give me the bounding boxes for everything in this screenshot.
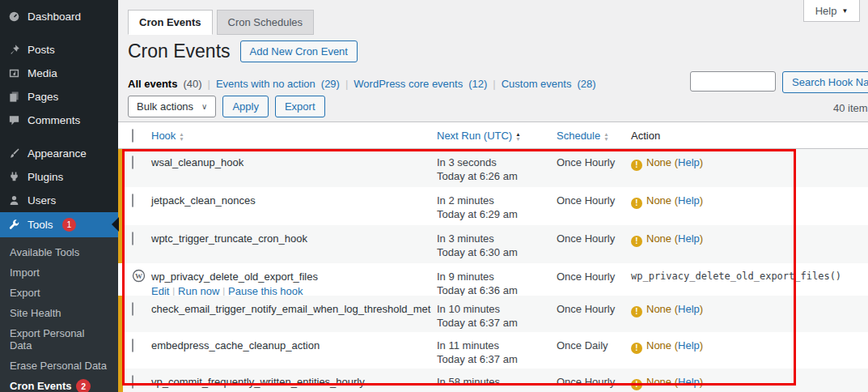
sort-schedule-header[interactable]: Schedule <box>557 130 600 142</box>
help-link[interactable]: Help <box>678 303 700 315</box>
tab-cron-schedules[interactable]: Cron Schedules <box>217 10 315 35</box>
sidebar-item-label: Dashboard <box>28 11 81 23</box>
sidebar-item-appearance[interactable]: Appearance <box>0 142 118 165</box>
warning-icon: ! <box>631 160 642 171</box>
table-row: vp_commit_frequently_written_entities_ho… <box>118 369 868 392</box>
current-menu-arrow-icon <box>112 217 119 232</box>
sidebar-item-pages[interactable]: Pages <box>0 85 118 109</box>
apply-button[interactable]: Apply <box>222 96 269 117</box>
filter-count: (28) <box>577 78 595 90</box>
sort-icons: ▲▼ <box>515 132 520 141</box>
warning-icon: ! <box>631 236 642 247</box>
tools-badge: 1 <box>62 218 77 232</box>
filter-no-action[interactable]: Events with no action <box>216 78 315 90</box>
help-link[interactable]: Help <box>678 194 700 207</box>
sidebar-item-comments[interactable]: Comments <box>0 109 118 132</box>
export-button[interactable]: Export <box>275 96 325 117</box>
table-header: Hook▲▼ Next Run (UTC)▲▼ Schedule▲▼ Actio… <box>118 121 868 149</box>
bulk-actions-select[interactable]: Bulk actions ∨ <box>128 96 216 117</box>
filter-all-events[interactable]: All events <box>128 78 177 90</box>
sidebar-item-plugins[interactable]: Plugins <box>0 165 118 189</box>
sidebar-item-dashboard[interactable]: Dashboard <box>0 5 118 28</box>
separator: | <box>493 78 495 90</box>
next-run-absolute: Today at 6:30 am <box>437 245 550 259</box>
row-checkbox[interactable] <box>132 375 133 389</box>
sort-hook-header[interactable]: Hook <box>151 130 176 142</box>
sort-desc-icon: ▼ <box>515 137 520 142</box>
search-input[interactable] <box>690 71 776 92</box>
select-all-checkbox[interactable] <box>132 129 133 143</box>
add-new-cron-event-button[interactable]: Add New Cron Event <box>240 40 358 62</box>
sidebar-item-users[interactable]: Users <box>0 189 118 212</box>
next-run-relative: In 3 minutes <box>437 232 550 245</box>
hook-name: wsal_cleanup_hook <box>151 149 426 169</box>
schedule-value: Once Hourly <box>557 296 625 316</box>
page-title: Cron Events <box>128 40 231 62</box>
row-checkbox[interactable] <box>132 339 133 352</box>
svg-text:W: W <box>135 272 142 280</box>
user-icon <box>8 194 20 207</box>
table-row: wsal_cleanup_hook In 3 secondsToday at 6… <box>118 149 868 187</box>
sidebar-item-posts[interactable]: Posts <box>0 38 118 62</box>
next-run-absolute: Today at 6:26 am <box>437 169 550 183</box>
action-none-label: None <box>646 194 671 207</box>
next-run-relative: In 10 minutes <box>437 302 550 316</box>
row-checkbox[interactable] <box>132 194 133 207</box>
table-row: check_email_trigger_notify_email_when_lo… <box>118 296 868 332</box>
dashboard-icon <box>8 11 20 23</box>
pushpin-icon <box>8 44 20 56</box>
chevron-down-icon: ▼ <box>841 7 848 15</box>
table-row: jetpack_clean_nonces In 2 minutesToday a… <box>118 187 868 225</box>
sort-next-run-header[interactable]: Next Run (UTC) <box>437 130 512 142</box>
submenu-item-cron-events[interactable]: Cron Events 2 <box>0 376 118 392</box>
filter-core-events[interactable]: WordPress core events <box>354 78 463 90</box>
row-checkbox[interactable] <box>132 302 133 316</box>
comments-icon <box>8 114 20 126</box>
tools-submenu: Available Tools Import Export Site Healt… <box>0 237 118 392</box>
help-link[interactable]: Help <box>678 156 700 168</box>
submenu-item-erase-personal-data[interactable]: Erase Personal Data <box>0 356 118 376</box>
help-link[interactable]: Help <box>678 232 700 245</box>
items-count: 40 items <box>833 102 868 114</box>
next-run-relative: In 3 seconds <box>437 156 550 169</box>
schedule-value: Once Hourly <box>557 187 625 207</box>
next-run-relative: In 58 minutes <box>437 375 550 389</box>
submenu-item-export[interactable]: Export <box>0 283 118 303</box>
sort-icons: ▲▼ <box>179 132 184 141</box>
sort-desc-icon: ▼ <box>179 137 184 142</box>
table-row: W wp_privacy_delete_old_export_files Edi… <box>118 263 868 296</box>
submenu-item-site-health[interactable]: Site Health <box>0 303 118 323</box>
tab-cron-events[interactable]: Cron Events <box>128 10 213 35</box>
warning-icon: ! <box>631 343 642 354</box>
filter-count: (29) <box>321 78 340 90</box>
table-row: embedpress_cache_cleanup_action In 11 mi… <box>118 332 868 369</box>
filter-custom-events[interactable]: Custom events <box>502 78 572 90</box>
sidebar-item-media[interactable]: Media <box>0 62 118 85</box>
hook-name: check_email_trigger_notify_email_when_lo… <box>151 296 426 316</box>
row-checkbox[interactable] <box>132 156 133 169</box>
filter-links: All events (40) | Events with no action … <box>128 78 596 90</box>
help-link[interactable]: Help <box>678 339 700 352</box>
warning-icon: ! <box>631 198 642 209</box>
sidebar-item-tools[interactable]: Tools 1 <box>0 212 118 237</box>
chevron-down-icon: ∨ <box>201 102 207 111</box>
row-checkbox[interactable] <box>132 232 133 245</box>
sidebar-item-label: Posts <box>28 44 55 56</box>
submenu-item-label: Cron Events <box>10 380 72 392</box>
hook-name: wp_privacy_delete_old_export_files <box>151 270 426 283</box>
next-run-relative: In 11 minutes <box>437 339 550 352</box>
submenu-item-export-personal-data[interactable]: Export Personal Data <box>0 323 118 356</box>
submenu-item-import[interactable]: Import <box>0 262 118 283</box>
hook-name: wptc_trigger_truncate_cron_hook <box>151 225 426 245</box>
submenu-item-available-tools[interactable]: Available Tools <box>0 242 118 262</box>
help-link[interactable]: Help <box>678 376 700 388</box>
cron-events-badge: 2 <box>76 379 91 392</box>
search-hook-names-button[interactable]: Search Hook Names <box>782 71 868 93</box>
help-toggle[interactable]: Help ▼ <box>803 0 860 22</box>
filter-count: (12) <box>468 78 487 90</box>
sidebar-item-label: Plugins <box>28 171 63 183</box>
paren: ) <box>700 232 703 245</box>
sort-desc-icon: ▼ <box>603 137 608 142</box>
sidebar-item-label: Appearance <box>28 147 87 160</box>
next-run-absolute: Today at 6:37 am <box>437 316 550 330</box>
